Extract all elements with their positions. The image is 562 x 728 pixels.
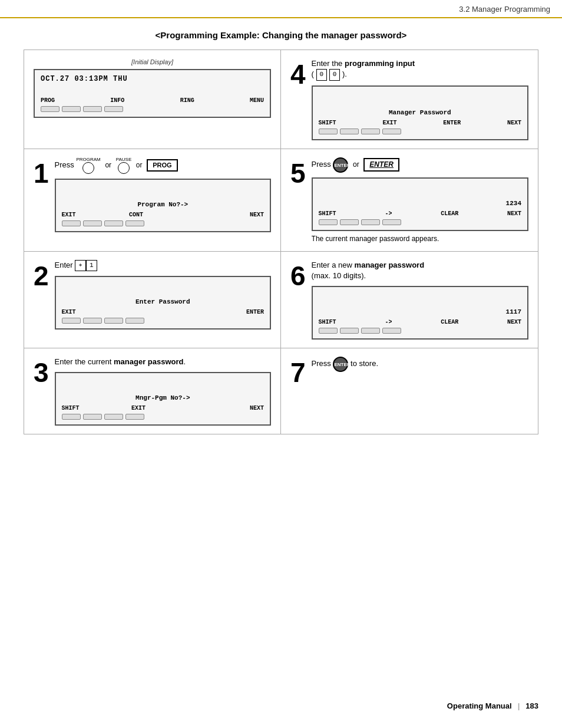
step-2-number: 2	[34, 262, 49, 289]
step-1-cell: 1 Press PROGRAM or PAUSE or PROG	[24, 149, 281, 252]
step-5-btn-4[interactable]	[382, 219, 401, 225]
step-5-enter-box[interactable]: ENTER	[363, 158, 399, 172]
step-5-number: 5	[290, 160, 306, 187]
section-heading: <Programming Example: Changing the manag…	[24, 30, 538, 40]
initial-softkeys: PROG INFO RING MENU	[41, 97, 264, 104]
step-2-btn-1[interactable]	[62, 318, 81, 324]
step-4-instruction: Enter the programming input ( 0 0 ).	[312, 58, 528, 81]
step-4-display-body: Manager Password SHIFT EXIT ENTER NEXT	[319, 91, 521, 134]
step-3-btn-4[interactable]	[125, 414, 144, 420]
step-1-instruction: Press PROGRAM or PAUSE or PROG	[55, 157, 271, 174]
key-0b: 0	[329, 69, 340, 80]
step-6-number: 6	[290, 262, 306, 289]
step-5-enter-circle[interactable]: ENTER	[333, 157, 348, 173]
step-4-display: Manager Password SHIFT EXIT ENTER NEXT	[312, 85, 528, 140]
step-4-btn-3[interactable]	[361, 129, 380, 134]
step-2-1-key: 1	[86, 260, 97, 271]
step-5-softkey-buttons	[319, 219, 521, 225]
step-2-display: Enter Password EXIT ENTER	[55, 276, 271, 330]
step-1-btn-4[interactable]	[125, 220, 144, 226]
step-2-content: Enter ∗1 Enter Password EXIT ENTER	[55, 260, 271, 330]
program-small-label: PROGRAM	[76, 157, 100, 162]
step-2-softkeys: EXIT ENTER	[62, 309, 264, 315]
step-7-instruction: Press ENTER to store.	[312, 357, 528, 372]
header: 3.2 Manager Programming	[0, 0, 562, 18]
step-2-btn-4[interactable]	[125, 318, 144, 324]
softkey-btn-2[interactable]	[62, 106, 81, 112]
step-6-btn-4[interactable]	[382, 328, 401, 334]
step-4-cell: 4 Enter the programming input ( 0 0 ). M…	[281, 50, 538, 149]
initial-softkey-buttons	[41, 106, 264, 112]
step-6-btn-1[interactable]	[319, 328, 338, 334]
step-3-content: Enter the current manager password. Mngr…	[55, 357, 271, 426]
program-key-with-label: PROGRAM	[76, 157, 100, 174]
step-3-instruction: Enter the current manager password.	[55, 357, 271, 367]
step-1-btn-2[interactable]	[83, 220, 102, 226]
initial-date-row: OCT.27 03:13PM THU	[41, 75, 264, 83]
step-6-btn-2[interactable]	[340, 328, 359, 334]
step-6-content: Enter a new manager password(max. 10 dig…	[312, 260, 528, 340]
initial-display-label: [Initial Display]	[34, 58, 271, 65]
step-5-note: The current manager password appears.	[312, 235, 528, 243]
step-2-star-key: ∗	[75, 260, 86, 271]
footer: Operating Manual | 183	[447, 701, 538, 710]
page-title: 3.2 Manager Programming	[459, 5, 550, 14]
program-circle[interactable]	[82, 162, 94, 174]
step-4-btn-2[interactable]	[340, 129, 359, 134]
pause-small-label: PAUSE	[116, 157, 132, 162]
step-7-content: Press ENTER to store.	[312, 357, 528, 377]
step-1-number: 1	[34, 160, 49, 187]
step-4-content: Enter the programming input ( 0 0 ). Man…	[312, 58, 528, 140]
step-5-btn-3[interactable]	[361, 219, 380, 225]
step-7-number: 7	[290, 359, 306, 386]
step-3-display: Mngr-Pgm No?-> SHIFT EXIT NEXT	[55, 372, 271, 426]
step-6-cell: 6 Enter a new manager password(max. 10 d…	[281, 252, 538, 348]
step-3-btn-1[interactable]	[62, 414, 81, 420]
step-5-instruction: Press ENTER or ENTER	[312, 157, 528, 173]
step-7-cell: 7 Press ENTER to store.	[281, 348, 538, 434]
step-2-prompt: Enter Password	[62, 298, 264, 305]
step-3-btn-3[interactable]	[104, 414, 123, 420]
step-5-right-text: 1234	[319, 200, 521, 207]
step-3-cell: 3 Enter the current manager password. Mn…	[24, 348, 281, 434]
step-6-instruction: Enter a new manager password(max. 10 dig…	[312, 260, 528, 281]
programming-example-box: [Initial Display] OCT.27 03:13PM THU PRO…	[24, 50, 538, 434]
step-4-btn-1[interactable]	[319, 129, 338, 134]
step-3-btn-2[interactable]	[83, 414, 102, 420]
step-6-right-text: 1117	[319, 308, 521, 315]
softkey-btn-3[interactable]	[83, 106, 102, 112]
step-4-center-text: Manager Password	[319, 109, 521, 116]
footer-label: Operating Manual	[447, 701, 512, 710]
step-1-softkey-buttons	[62, 220, 264, 226]
step-2-btn-3[interactable]	[104, 318, 123, 324]
step-6-softkeys: SHIFT -> CLEAR NEXT	[319, 319, 521, 325]
initial-display-screen: OCT.27 03:13PM THU PROG INFO RING MENU	[34, 69, 271, 118]
prog-key[interactable]: PROG	[147, 159, 177, 172]
pause-key-with-label: PAUSE	[116, 157, 132, 174]
step-4-softkey-buttons	[319, 129, 521, 134]
softkey-btn-4[interactable]	[104, 106, 123, 112]
step-6-display: 1117 SHIFT -> CLEAR NEXT	[312, 286, 528, 340]
footer-page: 183	[525, 701, 538, 710]
step-5-btn-1[interactable]	[319, 219, 338, 225]
softkey-btn-1[interactable]	[41, 106, 59, 112]
step-5-content: Press ENTER or ENTER 1234 SHIFT -> CLEAR…	[312, 157, 528, 243]
key-0a: 0	[316, 69, 328, 80]
step-4-softkeys: SHIFT EXIT ENTER NEXT	[319, 120, 521, 126]
initial-display-cell: [Initial Display] OCT.27 03:13PM THU PRO…	[24, 50, 281, 149]
step-3-softkey-buttons	[62, 414, 264, 420]
step-7-enter-circle[interactable]: ENTER	[333, 357, 348, 372]
step-3-softkeys: SHIFT EXIT NEXT	[62, 405, 264, 411]
step-1-content: Press PROGRAM or PAUSE or PROG Progra	[55, 157, 271, 232]
step-2-btn-2[interactable]	[83, 318, 102, 324]
step-4-btn-4[interactable]	[382, 129, 401, 134]
step-5-display: 1234 SHIFT -> CLEAR NEXT	[312, 177, 528, 231]
step-6-softkey-buttons	[319, 328, 521, 334]
step-6-btn-3[interactable]	[361, 328, 380, 334]
step-1-btn-3[interactable]	[104, 220, 123, 226]
pause-circle[interactable]	[118, 162, 130, 174]
step-1-btn-1[interactable]	[62, 220, 81, 226]
step-2-softkey-buttons	[62, 318, 264, 324]
step-5-btn-2[interactable]	[340, 219, 359, 225]
step-1-softkeys: EXIT CONT NEXT	[62, 212, 264, 218]
